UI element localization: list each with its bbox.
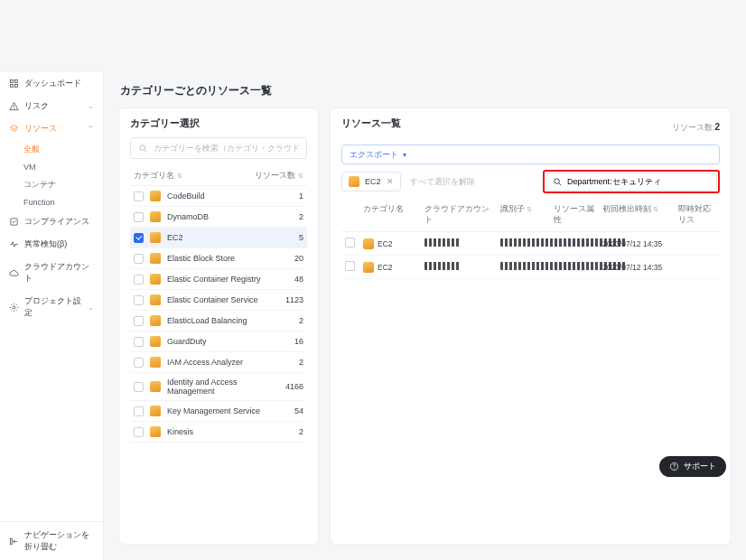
sidebar-item-risk[interactable]: リスク ⌄ xyxy=(0,95,103,117)
help-icon xyxy=(669,462,679,471)
checkbox[interactable] xyxy=(345,238,355,247)
category-name: GuardDuty xyxy=(167,337,207,346)
checkbox[interactable] xyxy=(134,337,144,347)
resource-panel: リソース一覧 リソース数:2 エクスポート ▾ EC2 ✕ すべて選択を解除 xyxy=(330,107,732,545)
redacted-text xyxy=(500,262,627,270)
sidebar-item-cloud-account[interactable]: クラウドアカウント xyxy=(0,256,103,290)
category-name: IAM Access Analyzer xyxy=(167,358,243,367)
svg-rect-0 xyxy=(10,79,13,82)
sort-icon[interactable]: ⇅ xyxy=(653,206,658,212)
category-name: CodeBuild xyxy=(167,191,205,201)
category-row[interactable]: Identity and Access Management4166 xyxy=(130,373,307,401)
checkbox[interactable] xyxy=(134,212,144,222)
resource-search[interactable] xyxy=(546,173,717,191)
sidebar-item-label: プロジェクト設定 xyxy=(24,295,82,319)
chevron-down-icon: ⌄ xyxy=(88,102,94,110)
sort-icon[interactable]: ⇅ xyxy=(177,173,182,179)
checkbox[interactable] xyxy=(134,295,144,305)
resource-row[interactable]: EC22023/07/12 14:35 xyxy=(341,232,720,256)
resource-panel-title: リソース一覧 xyxy=(341,117,401,130)
resource-table-header: カテゴリ名 クラウドアカウント 識別子⇅ リソース属性 初回検出時刻⇅ 即時対応… xyxy=(341,199,720,232)
aws-icon xyxy=(363,238,374,249)
resource-count: リソース数:2 xyxy=(672,122,720,134)
collapse-icon xyxy=(9,537,19,546)
svg-rect-5 xyxy=(11,219,17,225)
checkbox[interactable] xyxy=(134,382,144,392)
category-count: 2 xyxy=(299,358,303,367)
sidebar-sub-function[interactable]: Function xyxy=(0,194,103,210)
search-icon xyxy=(553,177,563,187)
sidebar-item-dashboard[interactable]: ダッシュボード xyxy=(0,72,103,95)
cloud-icon xyxy=(9,268,19,278)
category-row[interactable]: DynamoDB2 xyxy=(130,207,307,228)
resource-row[interactable]: EC22023/07/12 14:35 xyxy=(341,256,720,279)
sidebar-sub-container[interactable]: コンテナ xyxy=(0,175,103,194)
checkbox[interactable] xyxy=(134,406,144,416)
redacted-text xyxy=(500,238,627,247)
category-name: Elastic Block Store xyxy=(167,254,235,263)
svg-rect-1 xyxy=(14,79,17,82)
sidebar-item-label: コンプライアンス xyxy=(24,216,89,228)
category-name: Elastic Container Service xyxy=(167,295,258,304)
sidebar-item-compliance[interactable]: コンプライアンス xyxy=(0,210,103,233)
chevron-down-icon: ⌄ xyxy=(88,303,94,312)
category-name: ElasticLoad Balancing xyxy=(167,316,247,325)
category-row[interactable]: ElasticLoad Balancing2 xyxy=(130,311,307,331)
close-icon[interactable]: ✕ xyxy=(387,177,394,186)
pulse-icon xyxy=(9,239,19,249)
sidebar-item-project-settings[interactable]: プロジェクト設定 ⌄ xyxy=(0,290,103,324)
category-row[interactable]: Elastic Block Store20 xyxy=(130,248,307,269)
category-search[interactable] xyxy=(130,137,307,159)
export-button[interactable]: エクスポート ▾ xyxy=(341,145,720,164)
category-search-input[interactable] xyxy=(154,144,299,153)
category-row[interactable]: Kinesis2 xyxy=(130,422,307,443)
checkbox[interactable] xyxy=(134,316,144,326)
category-row[interactable]: Elastic Container Registry48 xyxy=(130,269,307,290)
checkbox[interactable] xyxy=(134,233,144,243)
category-row[interactable]: IAM Access Analyzer2 xyxy=(130,352,307,373)
warning-icon xyxy=(9,101,19,111)
resource-search-input[interactable] xyxy=(567,177,710,186)
category-count: 2 xyxy=(299,212,303,221)
sidebar-sub-vm[interactable]: VM xyxy=(0,159,103,175)
support-button[interactable]: サポート xyxy=(659,456,726,477)
category-row[interactable]: Key Management Service54 xyxy=(130,401,307,422)
category-row[interactable]: GuardDuty16 xyxy=(130,331,307,352)
checkbox[interactable] xyxy=(134,427,144,437)
filter-chip-ec2[interactable]: EC2 ✕ xyxy=(341,172,401,191)
checkbox[interactable] xyxy=(134,275,144,285)
category-panel: カテゴリー選択 カテゴリ名⇅ リソース数⇅ CodeBuild1DynamoDB… xyxy=(118,107,319,545)
category-count: 1123 xyxy=(285,295,303,304)
category-count: 2 xyxy=(299,316,303,325)
main-content: カテゴリーごとのリソース一覧 カテゴリー選択 カテゴリ名⇅ リソース数⇅ Cod… xyxy=(104,72,746,560)
aws-icon xyxy=(150,357,161,368)
aws-icon xyxy=(150,253,161,264)
sidebar-item-label: クラウドアカウント xyxy=(24,261,94,285)
checkbox[interactable] xyxy=(134,191,144,201)
svg-point-6 xyxy=(13,306,15,309)
sort-icon[interactable]: ⇅ xyxy=(298,173,303,179)
category-row[interactable]: CodeBuild1 xyxy=(130,186,307,207)
sidebar-item-resource[interactable]: リソース ⌃ xyxy=(0,117,103,140)
sort-icon[interactable]: ⇅ xyxy=(527,206,532,212)
checkbox[interactable] xyxy=(134,358,144,368)
sidebar: ダッシュボード リスク ⌄ リソース ⌃ 全般 VM コンテナ Function… xyxy=(0,72,104,560)
aws-icon xyxy=(150,211,161,222)
aws-icon xyxy=(150,294,161,305)
svg-point-9 xyxy=(555,178,560,183)
collapse-nav-button[interactable]: ナビゲーションを折り畳む xyxy=(0,521,103,560)
category-name: EC2 xyxy=(167,233,183,242)
category-count: 54 xyxy=(294,406,303,415)
sidebar-sub-general[interactable]: 全般 xyxy=(0,140,103,159)
category-row[interactable]: EC25 xyxy=(130,228,307,248)
category-row[interactable]: Elastic Container Service1123 xyxy=(130,290,307,311)
aws-icon xyxy=(150,232,161,243)
checkbox[interactable] xyxy=(345,261,355,271)
sidebar-item-anomaly[interactable]: 異常検知(β) xyxy=(0,233,103,256)
aws-icon xyxy=(150,274,161,285)
svg-rect-7 xyxy=(10,538,12,544)
svg-rect-3 xyxy=(14,84,17,87)
clear-selection-button[interactable]: すべて選択を解除 xyxy=(410,176,475,188)
category-count: 1 xyxy=(299,191,303,201)
checkbox[interactable] xyxy=(134,254,144,264)
